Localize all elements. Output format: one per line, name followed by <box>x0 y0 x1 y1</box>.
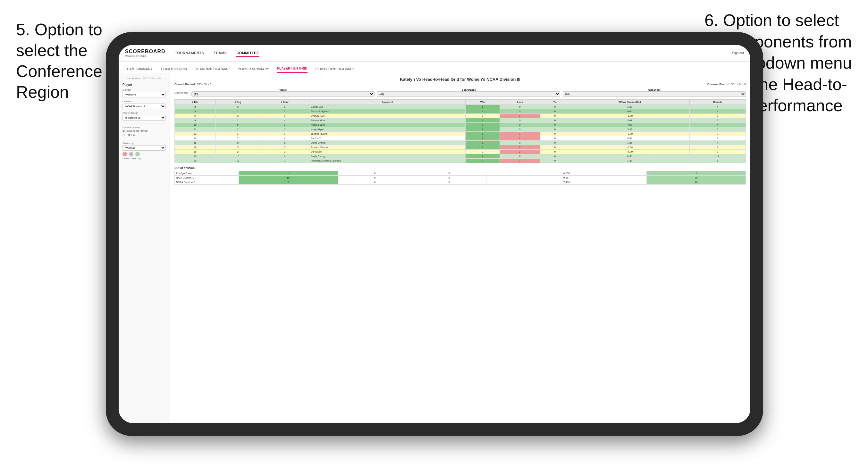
table-row: 20 11 7 Federica Domecq Lacroze 2 1 0 1.… <box>175 159 746 163</box>
radio-dot-opponents-played <box>123 130 125 132</box>
table-row: NCAA Division 2 5 0 0 7.400 10 <box>175 180 746 185</box>
report-header: Katelyn Vo Head-to-Head Grid for Women's… <box>175 77 746 86</box>
opponents-filter-label: Opponents: <box>175 91 188 94</box>
sidebar-divider-2 <box>123 139 166 139</box>
sidebar-opponent-view-label: Opponent view <box>123 126 166 129</box>
sidebar-colour-by-select[interactable]: Win/loss <box>123 145 166 151</box>
th-tie: Tie <box>540 100 570 105</box>
main-table-body: 3 3 1 Esther Lee 1 0 0 1.50 4 5 2 2 Alex… <box>175 105 746 163</box>
table-row: 14 7 4 Eunice Yi 2 2 0 0.38 9 <box>175 136 746 141</box>
opponent-filter-select[interactable]: (All) <box>563 91 746 97</box>
sidebar-gender-select[interactable]: Women's <box>123 92 166 97</box>
sidebar-player-rank-field: Player (Rank) 8. Katelyn Vo <box>123 112 166 121</box>
th-loss: Loss <box>500 100 540 105</box>
table-row: 10 6 3 Andrea York 2 0 0 4.00 4 <box>175 123 746 127</box>
record-row: Overall Record: 353 - 34 - 6 Division Re… <box>175 83 746 86</box>
out-of-division-table: Foreign Team 1 0 0 4.500 2 NAIA Division… <box>175 171 746 185</box>
subnav-player-h2h-grid[interactable]: PLAYER H2H GRID <box>277 65 308 73</box>
report-title: Katelyn Vo Head-to-Head Grid for Women's… <box>175 77 746 82</box>
sidebar-player-title: Player <box>123 83 166 87</box>
last-updated: Last Updated: 27/03/2024 10:34 <box>123 77 166 80</box>
th-rounds: Rounds <box>690 100 746 105</box>
th-win: Win <box>465 100 500 105</box>
subnav-team-h2h-heatmap[interactable]: TEAM H2H HEATMAP <box>195 65 229 73</box>
overall-record: Overall Record: 353 - 34 - 6 <box>175 83 212 86</box>
sub-nav: TEAM SUMMARY TEAM H2H GRID TEAM H2H HEAT… <box>119 62 750 73</box>
logo-area: SCOREBOARD Powered by clippd <box>125 49 165 57</box>
sidebar-division-label: Division <box>123 100 166 103</box>
sidebar-colour-legend <box>123 152 166 156</box>
tablet-screen: SCOREBOARD Powered by clippd TOURNAMENTS… <box>119 45 750 423</box>
th-reg: # Reg <box>215 100 260 105</box>
sidebar-division-field: Division NCAA Division III <box>123 100 166 109</box>
division-record: Division Record: 331 - 34 - 6 <box>707 83 746 86</box>
sidebar-player-rank-label: Player (Rank) <box>123 112 166 115</box>
sidebar-divider-1 <box>123 123 166 123</box>
table-row: 18 2 2 Euna Lee 0 2 0 -5.00 2 <box>175 150 746 154</box>
colour-dot-level <box>129 152 133 156</box>
table-row: 16 3 6 Jessica Mason 1 2 0 -0.94 7 <box>175 145 746 150</box>
table-row: NAIA Division 1 15 0 0 9.267 30 <box>175 176 746 180</box>
opponent-filter-title: Opponent <box>563 89 746 91</box>
region-filter-select[interactable]: (All) <box>191 91 374 97</box>
colour-label-down: Down <box>123 157 129 160</box>
colour-label-up: Up <box>138 157 142 160</box>
main-nav: TOURNAMENTS TEAMS COMMITTEE <box>175 50 732 57</box>
radio-dot-top100 <box>123 134 125 136</box>
colour-dot-down <box>123 152 127 156</box>
table-row: 13 1 1 Jessica Huang 1 1 0 -3.00 2 <box>175 132 746 136</box>
table-row: 11 2 5 Heejo Hyun 1 0 0 3.33 3 <box>175 127 746 132</box>
filter-area: Opponents: Region (All) Conference (All) <box>175 89 746 97</box>
app-logo: SCOREBOARD <box>125 49 165 55</box>
conference-filter: Conference (All) <box>377 89 560 97</box>
conference-filter-select[interactable]: (All) <box>377 91 560 97</box>
app-header: SCOREBOARD Powered by clippd TOURNAMENTS… <box>119 45 750 62</box>
nav-committee[interactable]: COMMITTEE <box>236 50 259 57</box>
sidebar: Last Updated: 27/03/2024 10:34 Player Ge… <box>119 73 170 423</box>
th-opponent: Opponent <box>309 100 465 105</box>
tablet-device: SCOREBOARD Powered by clippd TOURNAMENTS… <box>106 32 763 436</box>
sidebar-gender-label: Gender <box>123 89 166 91</box>
table-row: 5 2 2 Alexis Sudijanto 1 0 0 4.00 3 <box>175 109 746 114</box>
subnav-player-summary[interactable]: PLAYER SUMMARY <box>238 65 269 73</box>
nav-teams[interactable]: TEAMS <box>214 50 227 57</box>
table-row: 19 10 6 Emily Chang 4 0 0 0.30 11 <box>175 154 746 159</box>
out-of-division-header: Out of division <box>175 166 746 169</box>
sidebar-opponents-played-radio[interactable]: Opponents Played <box>123 129 166 132</box>
region-filter-title: Region <box>191 89 374 91</box>
table-row: 3 3 1 Esther Lee 1 0 0 1.50 4 <box>175 105 746 109</box>
colour-label-level: Level <box>130 157 136 160</box>
th-conf: # Conf <box>260 100 309 105</box>
sidebar-colour-by-label: Colour by <box>123 142 166 145</box>
sidebar-player-rank-select[interactable]: 8. Katelyn Vo <box>123 115 166 121</box>
opponent-filter: Opponent (All) <box>563 89 746 97</box>
table-row: Foreign Team 1 0 0 4.500 2 <box>175 171 746 176</box>
table-row: 6 3 3 Sydney Kuo 0 1 0 -1.00 3 <box>175 114 746 118</box>
sidebar-division-select[interactable]: NCAA Division III <box>123 103 166 109</box>
th-diff: Diff Av Strokes/Rnd <box>570 100 689 105</box>
th-div: # Div <box>175 100 216 105</box>
sign-out-link[interactable]: Sign out <box>732 51 744 55</box>
sidebar-gender-field: Gender Women's <box>123 89 166 97</box>
subnav-team-h2h-grid[interactable]: TEAM H2H GRID <box>161 65 187 73</box>
sidebar-opponent-radio-group: Opponents Played Top 100 <box>123 129 166 136</box>
conference-filter-title: Conference <box>377 89 560 91</box>
nav-tournaments[interactable]: TOURNAMENTS <box>175 50 204 57</box>
subnav-team-summary[interactable]: TEAM SUMMARY <box>125 65 153 73</box>
sidebar-top100-radio[interactable]: Top 100 <box>123 133 166 136</box>
content-area: Katelyn Vo Head-to-Head Grid for Women's… <box>170 73 750 423</box>
subnav-player-h2h-heatmap[interactable]: PLAYER H2H HEATMAP <box>315 65 354 73</box>
ood-table-body: Foreign Team 1 0 0 4.500 2 NAIA Division… <box>175 171 746 185</box>
region-filter: Region (All) <box>191 89 374 97</box>
table-row: 15 8 5 Stella Cheng 1 0 0 1.25 4 <box>175 141 746 145</box>
colour-dot-up <box>135 152 140 156</box>
app-logo-sub: Powered by clippd <box>125 55 165 57</box>
main-data-table: # Div # Reg # Conf Opponent Win Loss Tie… <box>175 99 746 163</box>
main-content: Last Updated: 27/03/2024 10:34 Player Ge… <box>119 73 750 423</box>
table-header-row: # Div # Reg # Conf Opponent Win Loss Tie… <box>175 100 746 105</box>
table-row: 9 1 4 Sharon Mun 1 0 0 3.67 3 <box>175 118 746 123</box>
